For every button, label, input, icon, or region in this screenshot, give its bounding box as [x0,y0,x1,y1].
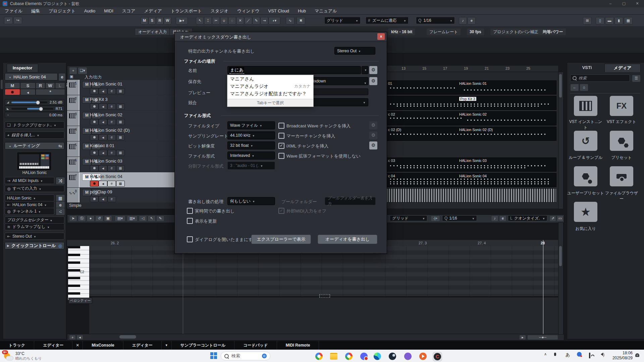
interleaved-select[interactable]: Interleaved [227,152,275,160]
undo-icon[interactable]: ↩ [4,17,13,24]
midi-part[interactable]: Pop Kit 3 [386,96,556,110]
edit-channel-icon[interactable]: e [107,181,116,187]
editor-s-icon[interactable]: Ⓢ [78,216,86,222]
scroll-right-icon[interactable]: ▸ [519,335,526,340]
record-enable-icon[interactable] [90,119,99,125]
taskbar-app-discord[interactable] [360,352,368,361]
weather-widget[interactable]: 9+ [3,351,13,361]
taskbar-app-cubase-active[interactable]: C [433,352,442,361]
mute-all-button[interactable]: M [141,17,148,24]
record-enable-icon[interactable] [90,104,99,110]
menu-audio[interactable]: Audio [84,8,95,13]
grid-type-select[interactable]: グリッド [324,17,361,24]
event-vertical-scrollbar[interactable] [558,72,564,209]
menu-edit[interactable]: 編集 [31,8,40,14]
bit-depth-select[interactable]: 32 bit float [227,141,275,149]
swing-percent-icon[interactable]: ♪ [491,216,498,222]
routing-section-header[interactable]: ルーティング ⇆ [5,142,64,149]
editor-camera-icon[interactable]: ▣ [104,216,112,222]
tab-editor-2[interactable]: エディター [123,341,162,350]
file-browser-tile[interactable] [610,166,633,186]
channel-select[interactable]: ◍ チャンネル 1 [5,208,54,215]
inspector-write-button[interactable]: W [45,82,55,89]
read-automation-button[interactable]: R [156,17,164,24]
menu-file[interactable]: ファイル [5,8,22,14]
path-options-gear-icon[interactable] [369,77,377,85]
audio-event-clap[interactable] [386,188,556,202]
edit-channel-icon[interactable]: e [107,119,116,125]
monitor-icon[interactable] [99,165,107,171]
track-name[interactable]: HALion Sonic 03 [90,159,122,164]
volume-slider[interactable]: ◢ 2.51 dB [5,99,64,105]
track-preset-icon[interactable]: ❏▾ [78,67,87,74]
midi-part[interactable]: c 02 (D) HALion Sonic 02 (D) [386,127,556,141]
user-presets-tile[interactable] [574,166,597,186]
editor-pointer-icon[interactable]: ↖ [148,216,156,222]
tab-tracks[interactable]: トラック [0,341,34,350]
tray-mic-icon[interactable] [554,352,556,357]
taskbar-search-input[interactable]: 検索 [221,352,270,360]
snap-icon[interactable]: ✖ [297,17,305,24]
play-tool-icon[interactable]: ⇝ [260,17,268,24]
track-preset-select[interactable]: ❏ トラックプリセット.. [5,121,64,129]
track-row-2[interactable]: 2 M S Pop Kit 3 e ▦ [67,95,178,110]
instrument-select[interactable]: HALion Sonic [5,194,54,201]
record-enable-icon[interactable] [90,150,99,156]
audio-input-button[interactable]: オーディオ入力 [135,28,170,36]
broadcast-wave-checkbox[interactable] [278,123,284,129]
track-name[interactable]: Kontakt 8 01 [90,143,114,148]
edit-channel-icon[interactable]: e [107,104,116,110]
inspector-mute-button[interactable]: M [5,82,20,89]
midi-part[interactable]: c 04 HALion Sonic 04 [386,173,556,187]
edit-channel-icon[interactable]: e [107,134,116,140]
monitor-icon[interactable] [99,119,107,125]
ime-candidate-2[interactable]: マニアさんラジオ カタカナ [227,82,313,90]
monitor-icon[interactable] [99,181,107,187]
tray-wifi-icon[interactable] [589,353,590,358]
vst-effects-tile[interactable]: FX [610,96,633,116]
track-row-5[interactable]: 5 M S Kontakt 8 01 e ▦ [67,141,178,157]
tab-vsti[interactable]: VSTi [570,64,604,72]
edit-instrument-icon[interactable]: ▦ [116,134,125,140]
tray-clock[interactable]: 18:06 2025/08/29 [609,351,633,361]
add-track-icon[interactable]: ＋ [69,67,77,74]
file-type-select[interactable]: Wave ファイル [227,121,275,129]
track-row-3[interactable]: 3 M S HALion Sonic 02 e ▦ [67,111,178,126]
start-button[interactable] [210,352,217,359]
menu-transport[interactable]: トランスポート [171,8,202,14]
editor-part-select-icon[interactable]: ▤▾ [115,216,125,222]
record-enable-icon[interactable] [90,181,99,187]
right-zone-toggle-icon[interactable]: ▮ [614,17,623,24]
glue-tool-icon[interactable]: ∪ [220,17,228,24]
pool-folder-input[interactable]: プールフォルダー名を入力 [325,197,376,205]
framerate-value[interactable]: 30 fps [467,28,484,35]
update-display-checkbox[interactable] [187,218,193,224]
swing-icon[interactable]: ♪ [459,17,467,24]
track-name[interactable]: HALion Sonic 01 [90,81,122,86]
mute-tool-icon[interactable]: ／ [244,17,252,24]
editor-draw-icon[interactable]: ✎ [156,216,164,222]
menu-media[interactable]: メディア [144,8,162,14]
sample-rate-select[interactable]: 44.100 kHz [227,131,275,139]
editor-open-window-icon[interactable]: ⇗ [549,216,556,222]
zoom-slider[interactable]: ─●─ [527,335,558,340]
edit-channel-icon[interactable]: e [107,88,116,94]
edit-instrument-icon[interactable]: ▦ [116,88,125,94]
window-layout-icon[interactable]: ⊞ [583,17,592,24]
inspector-track-header[interactable]: HALion Sonic 04 [5,73,58,80]
editor-vertical-scrollbar[interactable] [558,222,564,335]
record-enable-icon[interactable] [90,165,99,171]
output-select[interactable]: ⇤ HALion Sonic 04 [5,201,54,208]
export-audio-button[interactable]: オーディオを書き出し [318,235,377,244]
tab-midi-remote[interactable]: MIDI Remote [277,341,319,350]
dialog-title-bar[interactable]: オーディオミックスダウン書き出し [175,32,387,41]
quantize-panel-icon[interactable]: e [468,17,476,24]
ixml-gear-icon[interactable] [369,141,377,149]
name-dropdown-icon[interactable] [362,66,368,74]
all-inputs-select[interactable]: ◍ すべての入力 [5,185,64,192]
menu-vst-cloud[interactable]: VST Cloud [268,8,289,13]
post-process-select[interactable]: 何もしない [227,197,275,205]
weather-temp[interactable]: 33°C [15,351,24,356]
editor-quantize-select[interactable]: Q 1/16 [442,215,477,221]
track-row-1[interactable]: 1 M S HALion Sonic 01 e ▦ [67,80,178,95]
